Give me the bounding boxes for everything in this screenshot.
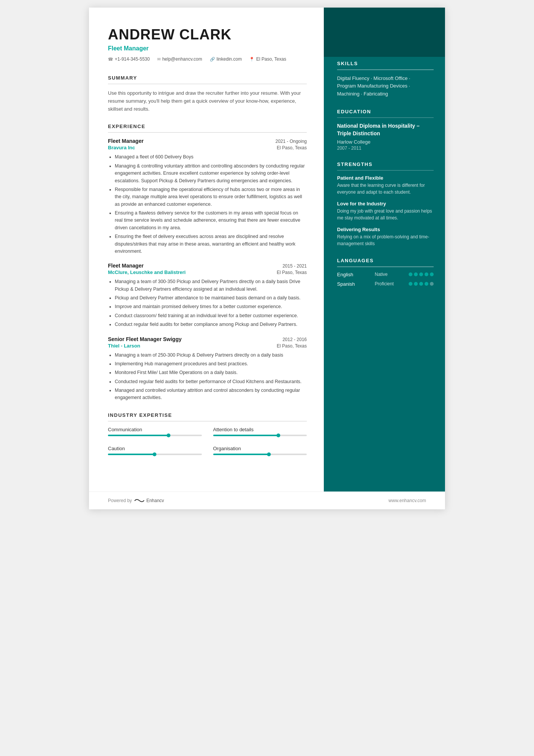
bullet: Pickup and Delivery Partner attendance t… (115, 294, 307, 302)
language-row-1: Spanish Proficient (337, 281, 434, 287)
expertise-label-0: Communication (108, 427, 202, 432)
exp-company-row-1: Bravura Inc El Paso, Texas (108, 145, 307, 151)
candidate-name: ANDREW CLARK (108, 27, 307, 43)
summary-text: Use this opportunity to intrigue and dra… (108, 89, 307, 113)
enhancv-logo: Enhancv (134, 498, 164, 504)
bullet: Managing a team of 300-350 Pickup and De… (115, 278, 307, 293)
exp-date-2: 2015 - 2021 (283, 263, 307, 269)
exp-company-2: McClure, Leuschke and Balistreri (108, 269, 186, 275)
email-value: help@enhancv.com (162, 56, 202, 62)
dot (419, 282, 423, 286)
link-icon: 🔗 (210, 57, 215, 62)
education-divider (337, 117, 434, 118)
email-item: ✉ help@enhancv.com (157, 56, 202, 62)
exp-entry-3: Senior Fleet Manager Swiggy 2012 - 2016 … (108, 336, 307, 402)
dot (425, 272, 428, 276)
skills-line-1: Program Manufacturing Devices · (337, 82, 434, 90)
strengths-divider (337, 170, 434, 171)
education-title: EDUCATION (337, 109, 434, 114)
education-section: EDUCATION National Diploma in Hospitalit… (337, 109, 434, 151)
email-icon: ✉ (157, 57, 161, 62)
contact-info: ☎ +1-914-345-5530 ✉ help@enhancv.com 🔗 l… (108, 56, 307, 62)
progress-bg-0 (108, 435, 202, 436)
progress-fill-2 (108, 454, 155, 455)
linkedin-value: linkedin.com (217, 56, 242, 62)
expertise-label-1: Attention to details (213, 427, 307, 432)
strengths-section: STRENGTHS Patient and Flexible Aware tha… (337, 161, 434, 247)
skills-line-0: Digital Fluency · Microsoft Office · (337, 75, 434, 83)
phone-icon: ☎ (108, 57, 113, 62)
bullet: Ensuring the fleet of delivery executive… (115, 233, 307, 255)
experience-title: EXPERIENCE (108, 124, 307, 129)
expertise-item-1: Attention to details (213, 427, 307, 436)
languages-section: LANGUAGES English Native Spanish Profici… (337, 258, 434, 287)
expertise-section: INDUSTRY EXPERTISE Communication Attenti… (108, 412, 307, 457)
language-dots-1 (409, 282, 434, 286)
expertise-divider (108, 421, 307, 421)
bullet: Conduct regular field audits for better … (115, 321, 307, 328)
expertise-label-2: Caution (108, 446, 202, 451)
bullet: Managed a fleet of 600 Delivery Boys (115, 153, 307, 161)
skills-line-2: Machining · Fabricating (337, 90, 434, 98)
exp-company-row-2: McClure, Leuschke and Balistreri El Paso… (108, 269, 307, 276)
dot (414, 282, 418, 286)
exp-role-2: Fleet Manager (108, 263, 144, 269)
exp-company-row-3: Thiel - Larson El Paso, Texas (108, 343, 307, 349)
bullet: Responsible for managing the operational… (115, 186, 307, 208)
bullet: Improve and maintain promised delivery t… (115, 303, 307, 310)
dot (409, 272, 412, 276)
linkedin-item: 🔗 linkedin.com (210, 56, 242, 62)
dot (419, 272, 423, 276)
exp-entry-2: Fleet Manager 2015 - 2021 McClure, Leusc… (108, 263, 307, 328)
language-name-1: Spanish (337, 281, 367, 287)
logo-icon (134, 498, 145, 504)
job-title: Fleet Manager (108, 45, 307, 52)
exp-bullets-2: Managing a team of 300-350 Pickup and De… (108, 278, 307, 328)
brand-name: Enhancv (146, 498, 164, 503)
bullet: Managing & controlling voluntary attriti… (115, 163, 307, 185)
bullet: Monitored First Mile/ Last Mile Operatio… (115, 369, 307, 376)
languages-title: LANGUAGES (337, 258, 434, 263)
progress-fill-1 (213, 435, 279, 436)
exp-bullets-1: Managed a fleet of 600 Delivery Boys Man… (108, 153, 307, 255)
footer-left: Powered by Enhancv (108, 498, 164, 504)
exp-company-3: Thiel - Larson (108, 343, 140, 349)
footer: Powered by Enhancv www.enhancv.com (89, 491, 445, 509)
expertise-grid: Communication Attention to details Cauti… (108, 427, 307, 457)
bullet: Ensuring a flawless delivery service for… (115, 210, 307, 232)
edu-school: Harlow College (337, 139, 434, 145)
progress-fill-3 (213, 454, 270, 455)
location-icon: 📍 (249, 57, 255, 62)
strength-title-2: Delivering Results (337, 227, 434, 232)
expertise-item-2: Caution (108, 446, 202, 455)
expertise-item-0: Communication (108, 427, 202, 436)
experience-divider (108, 132, 307, 133)
strength-item-2: Delivering Results Relying on a mix of p… (337, 227, 434, 247)
language-level-0: Native (375, 272, 401, 277)
location-item: 📍 El Paso, Texas (249, 56, 286, 62)
exp-date-3: 2012 - 2016 (283, 337, 307, 342)
powered-by-text: Powered by (108, 498, 132, 503)
language-dots-0 (409, 272, 434, 276)
header: ANDREW CLARK Fleet Manager ☎ +1-914-345-… (108, 27, 307, 62)
language-name-0: English (337, 272, 367, 277)
location-value: El Paso, Texas (256, 56, 286, 62)
expertise-title: INDUSTRY EXPERTISE (108, 412, 307, 418)
dot-empty (430, 282, 434, 286)
dot (409, 282, 412, 286)
progress-fill-0 (108, 435, 169, 436)
bullet: Managing a team of 250-300 Pickup & Deli… (115, 352, 307, 359)
strength-desc-2: Relying on a mix of problem-solving and … (337, 233, 434, 247)
website: www.enhancv.com (389, 498, 426, 503)
exp-header-1: Fleet Manager 2021 - Ongoing (108, 138, 307, 144)
skills-text: Digital Fluency · Microsoft Office · Pro… (337, 75, 434, 98)
exp-location-2: El Paso, Texas (277, 270, 307, 275)
skills-title: SKILLS (337, 61, 434, 66)
experience-section: EXPERIENCE Fleet Manager 2021 - Ongoing … (108, 124, 307, 401)
dot (430, 272, 434, 276)
resume-wrapper: ANDREW CLARK Fleet Manager ☎ +1-914-345-… (89, 8, 445, 509)
strength-title-0: Patient and Flexible (337, 175, 434, 181)
strength-item-0: Patient and Flexible Aware that the lear… (337, 175, 434, 196)
bullet: Conducted regular field audits for bette… (115, 378, 307, 385)
summary-divider (108, 84, 307, 84)
